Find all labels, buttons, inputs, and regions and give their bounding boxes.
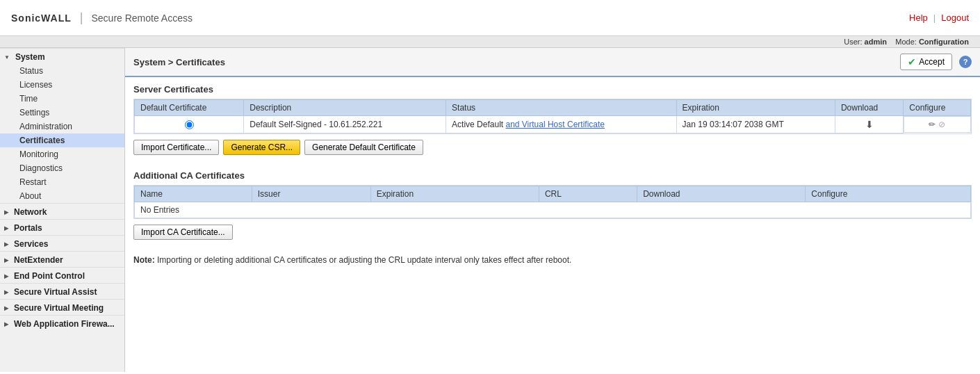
cert-expiration: Jan 19 03:14:07 2038 GMT (676, 116, 835, 133)
nav-separator: | (933, 13, 936, 23)
cert-configure-cell: ✏ ⊘ (904, 116, 970, 133)
sidebar-item-secure-virtual-assist[interactable]: ▶ Secure Virtual Assist (0, 283, 124, 299)
sidebar-item-web-app-firewall[interactable]: ▶ Web Application Firewa... (0, 315, 124, 331)
ca-certs-title: Additional CA Certificates (133, 170, 972, 181)
sidebar-item-certificates[interactable]: Certificates (0, 133, 124, 147)
header-actions: ✔ Accept ? (900, 54, 972, 70)
import-cert-button[interactable]: Import Certificate... (133, 140, 219, 155)
sidebar-secure-assist-label: Secure Virtual Assist (14, 287, 97, 297)
header: SonicWALL | Secure Remote Access Help | … (0, 0, 980, 36)
header-nav: Help | Logout (909, 13, 969, 23)
sidebar-item-restart[interactable]: Restart (0, 175, 124, 189)
ca-certs-table-wrapper: Name Issuer Expiration CRL Download Conf… (133, 185, 972, 219)
sidebar-section-netextender[interactable]: ▶ NetExtender (0, 251, 124, 267)
sidebar-section-endpoint[interactable]: ▶ End Point Control (0, 267, 124, 283)
no-entries-cell: No Entries (135, 202, 971, 218)
table-row: Default Self-Signed - 10.61.252.221 Acti… (135, 116, 971, 133)
edit-icon[interactable]: ✏ (929, 120, 936, 129)
sidebar-section-services-label: Services (14, 239, 48, 249)
generate-csr-button[interactable]: Generate CSR... (223, 140, 300, 155)
accept-label: Accept (919, 57, 945, 67)
accept-button[interactable]: ✔ Accept (900, 54, 952, 70)
ca-col-expiration: Expiration (370, 186, 539, 202)
cert-description: Default Self-Signed - 10.61.252.221 (244, 116, 446, 133)
triangle-icon-endpoint: ▶ (4, 273, 8, 279)
cert-action-buttons: Import Certificate... Generate CSR... Ge… (133, 140, 972, 155)
triangle-icon-services: ▶ (4, 241, 8, 247)
sidebar-section-netextender-label: NetExtender (14, 255, 63, 265)
server-certs-section: Server Certificates Default Certificate … (125, 77, 980, 163)
ca-certs-header-row: Name Issuer Expiration CRL Download Conf… (135, 186, 971, 202)
download-icon[interactable]: ⬇ (865, 119, 874, 130)
header-left: SonicWALL | Secure Remote Access (11, 10, 193, 25)
server-certs-header-row: Default Certificate Description Status E… (135, 100, 971, 116)
sonicwall-logo: SonicWALL (11, 13, 72, 24)
ca-import-button-wrapper: Import CA Certificate... (133, 225, 972, 240)
sidebar-section-network[interactable]: ▶ Network (0, 203, 124, 219)
ca-col-crl: CRL (539, 186, 637, 202)
sidebar-section-services[interactable]: ▶ Services (0, 235, 124, 251)
cert-download-cell: ⬇ (835, 116, 903, 133)
generate-default-button[interactable]: Generate Default Certificate (304, 140, 423, 155)
sidebar-section-system[interactable]: ▼ System (0, 48, 124, 64)
triangle-icon-waf: ▶ (4, 321, 8, 327)
triangle-icon-sva: ▶ (4, 289, 8, 295)
user-bar: User: admin Mode: Configuration (0, 36, 980, 48)
content-area: System > Certificates ✔ Accept ? Server … (125, 48, 980, 372)
accept-icon: ✔ (908, 56, 916, 67)
server-certs-table-wrapper: Default Certificate Description Status E… (133, 99, 972, 134)
delete-icon[interactable]: ⊘ (938, 120, 945, 129)
sidebar-item-about[interactable]: About (0, 189, 124, 203)
ca-col-configure: Configure (806, 186, 971, 202)
app-title: Secure Remote Access (91, 13, 193, 24)
sidebar-item-settings[interactable]: Settings (0, 106, 124, 120)
sidebar-section-portals-label: Portals (14, 223, 42, 233)
breadcrumb: System > Certificates (133, 57, 225, 67)
triangle-icon-netextender: ▶ (4, 257, 8, 263)
sidebar-section-portals[interactable]: ▶ Portals (0, 219, 124, 235)
help-button[interactable]: ? (959, 56, 972, 68)
mode-value: Configuration (919, 38, 969, 46)
sidebar-item-secure-virtual-meeting[interactable]: ▶ Secure Virtual Meeting (0, 299, 124, 315)
ca-col-download: Download (637, 186, 806, 202)
ca-certs-section: Additional CA Certificates Name Issuer E… (125, 163, 980, 250)
cert-status: Active Default and Virtual Host Certific… (446, 116, 677, 133)
user-label: User: (844, 38, 862, 46)
note-section: Note: Importing or deleting additional C… (125, 250, 980, 270)
sidebar-section-network-label: Network (14, 207, 47, 217)
sidebar-item-time[interactable]: Time (0, 92, 124, 106)
ca-col-name: Name (135, 186, 252, 202)
cert-status-link1[interactable]: and Virtual Host Certificate (505, 120, 605, 129)
col-description: Description (244, 100, 446, 116)
server-certs-title: Server Certificates (133, 84, 972, 95)
ca-col-issuer: Issuer (252, 186, 370, 202)
sidebar-item-administration[interactable]: Administration (0, 120, 124, 133)
note-text: Importing or deleting additional CA cert… (157, 255, 571, 265)
sidebar-item-licenses[interactable]: Licenses (0, 78, 124, 92)
col-expiration: Expiration (676, 100, 835, 116)
col-status: Status (446, 100, 677, 116)
logout-link[interactable]: Logout (941, 13, 969, 23)
col-default-cert: Default Certificate (135, 100, 244, 116)
triangle-icon-portals: ▶ (4, 225, 8, 231)
server-certs-table: Default Certificate Description Status E… (134, 99, 971, 133)
no-entries-row: No Entries (135, 202, 971, 218)
col-configure: Configure (904, 100, 971, 116)
sidebar: ▼ System Status Licenses Time Settings A… (0, 48, 125, 372)
help-link[interactable]: Help (909, 13, 928, 23)
ca-certs-table: Name Issuer Expiration CRL Download Conf… (134, 186, 971, 218)
triangle-icon-svm: ▶ (4, 305, 8, 311)
sidebar-item-monitoring[interactable]: Monitoring (0, 147, 124, 161)
import-ca-button[interactable]: Import CA Certificate... (133, 225, 233, 240)
cert-default-radio[interactable] (185, 120, 194, 129)
sidebar-item-status[interactable]: Status (0, 64, 124, 78)
cert-status-active: Active Default (452, 120, 505, 129)
sidebar-waf-label: Web Application Firewa... (14, 319, 115, 329)
sidebar-section-system-label: System (15, 52, 45, 62)
col-download: Download (835, 100, 903, 116)
mode-label: Mode: (895, 38, 917, 46)
header-separator: | (80, 10, 83, 25)
sidebar-secure-meeting-label: Secure Virtual Meeting (14, 303, 104, 313)
breadcrumb-bar: System > Certificates ✔ Accept ? (125, 48, 980, 77)
sidebar-item-diagnostics[interactable]: Diagnostics (0, 161, 124, 175)
